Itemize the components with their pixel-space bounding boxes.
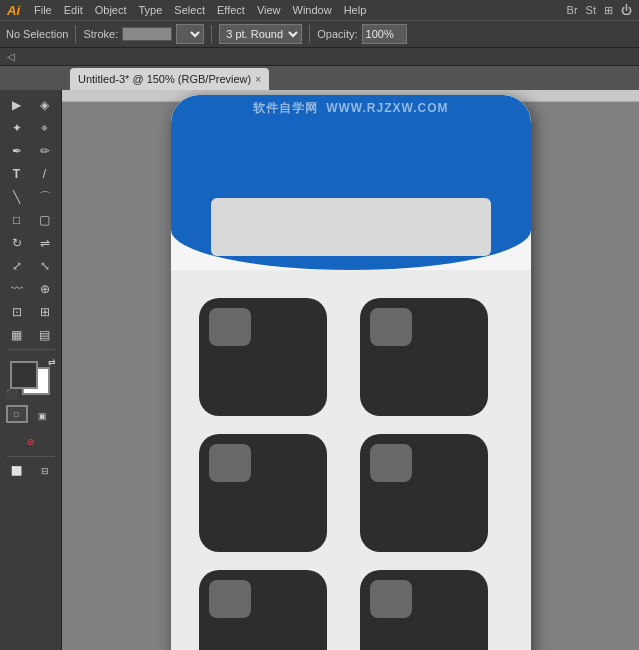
toolbar-sep-2 <box>211 25 212 43</box>
menu-file[interactable]: File <box>29 3 57 17</box>
ruler-toggle[interactable]: ◁ <box>4 50 18 63</box>
selection-tool[interactable]: ▶ <box>4 94 30 116</box>
shape-builder-tool[interactable]: ⊞ <box>32 301 58 323</box>
no-selection-label: No Selection <box>6 28 68 40</box>
menu-edit[interactable]: Edit <box>59 3 88 17</box>
screen-mode-1[interactable]: ⬜ <box>4 460 30 482</box>
add-anchor-tool[interactable]: ✏ <box>32 140 58 162</box>
vertical-type-tool[interactable]: / <box>32 163 58 185</box>
scale-tool[interactable]: ⤢ <box>4 255 30 277</box>
rect-tool[interactable]: □ <box>4 209 30 231</box>
swap-colors-icon[interactable]: ⇄ <box>48 357 56 367</box>
calculator-display <box>211 198 491 256</box>
arc-tool[interactable]: ⌒ <box>32 186 58 208</box>
power-icon[interactable]: ⏻ <box>618 3 635 17</box>
tool-row-mode: □ ▣ <box>6 405 56 427</box>
menu-view[interactable]: View <box>252 3 286 17</box>
none-icon[interactable]: ⊘ <box>18 431 44 453</box>
tool-row-none: ⊘ <box>18 431 44 453</box>
stroke-color-preview[interactable] <box>122 27 172 41</box>
fill-mode-icon[interactable]: □ <box>6 405 28 423</box>
calc-btn-1-highlight <box>209 308 251 346</box>
toolbar-sep-3 <box>309 25 310 43</box>
menu-select[interactable]: Select <box>169 3 210 17</box>
graph-tool[interactable]: ▦ <box>4 324 30 346</box>
menu-bar: Ai File Edit Object Type Select Effect V… <box>0 0 639 20</box>
menu-help[interactable]: Help <box>339 3 372 17</box>
calc-btn-6-highlight <box>370 580 412 618</box>
stroke-select[interactable] <box>176 24 204 44</box>
calc-btn-2 <box>360 298 488 416</box>
tool-row-8: ⤢ ⤡ <box>4 255 58 277</box>
column-graph-tool[interactable]: ▤ <box>32 324 58 346</box>
tool-row-screen: ⬜ ⊟ <box>4 460 58 482</box>
calc-btn-4-highlight <box>370 444 412 482</box>
default-colors-icon[interactable]: ⬛ <box>6 389 17 399</box>
menu-type[interactable]: Type <box>134 3 168 17</box>
tool-row-4: T / <box>4 163 58 185</box>
stock-icon[interactable]: St <box>583 3 599 17</box>
fill-color-box[interactable] <box>10 361 38 389</box>
screen-mode-2[interactable]: ⊟ <box>32 460 58 482</box>
options-toolbar: No Selection Stroke: 3 pt. Round Opacity… <box>0 20 639 48</box>
rotate-tool[interactable]: ↻ <box>4 232 30 254</box>
tab-bar: Untitled-3* @ 150% (RGB/Preview) × <box>0 66 639 90</box>
type-tool[interactable]: T <box>4 163 30 185</box>
magic-wand-tool[interactable]: ✦ <box>4 117 30 139</box>
document-tab[interactable]: Untitled-3* @ 150% (RGB/Preview) × <box>70 68 269 90</box>
tool-separator-2 <box>7 456 55 457</box>
opacity-label: Opacity: <box>317 28 357 40</box>
pen-tool[interactable]: ✒ <box>4 140 30 162</box>
calc-btn-5 <box>199 570 327 650</box>
tab-title: Untitled-3* @ 150% (RGB/Preview) <box>78 73 251 85</box>
rounded-rect-tool[interactable]: ▢ <box>32 209 58 231</box>
tool-row-3: ✒ ✏ <box>4 140 58 162</box>
stroke-label: Stroke: <box>83 28 118 40</box>
menu-window[interactable]: Window <box>288 3 337 17</box>
pt-round-select[interactable]: 3 pt. Round <box>219 24 302 44</box>
calc-btn-3-highlight <box>209 444 251 482</box>
shear-tool[interactable]: ⤡ <box>32 255 58 277</box>
tool-row-6: □ ▢ <box>4 209 58 231</box>
bridge-icon[interactable]: Br <box>564 3 581 17</box>
tool-separator <box>7 349 55 350</box>
calc-btn-2-highlight <box>370 308 412 346</box>
tool-row-2: ✦ ⌖ <box>4 117 58 139</box>
icon-bar: ◁ <box>0 48 639 66</box>
calc-btn-5-highlight <box>209 580 251 618</box>
calc-btn-3 <box>199 434 327 552</box>
line-tool[interactable]: ╲ <box>4 186 30 208</box>
calc-btn-6 <box>360 570 488 650</box>
free-transform-tool[interactable]: ⊡ <box>4 301 30 323</box>
calc-btn-4 <box>360 434 488 552</box>
reflect-tool[interactable]: ⇌ <box>32 232 58 254</box>
tool-row-11: ▦ ▤ <box>4 324 58 346</box>
calc-btn-1 <box>199 298 327 416</box>
calculator-buttons <box>171 270 531 650</box>
tool-row-1: ▶ ◈ <box>4 94 58 116</box>
canvas-content <box>171 90 531 650</box>
ai-logo: Ai <box>4 3 23 18</box>
menu-effect[interactable]: Effect <box>212 3 250 17</box>
menu-object[interactable]: Object <box>90 3 132 17</box>
tools-panel: ▶ ◈ ✦ ⌖ ✒ ✏ T / ╲ ⌒ □ ▢ ↻ ⇌ ⤢ ⤡ <box>0 90 62 650</box>
tool-row-5: ╲ ⌒ <box>4 186 58 208</box>
direct-selection-tool[interactable]: ◈ <box>32 94 58 116</box>
opacity-input[interactable] <box>362 24 407 44</box>
tool-row-10: ⊡ ⊞ <box>4 301 58 323</box>
tab-close-button[interactable]: × <box>255 74 261 85</box>
workspace-icon[interactable]: ⊞ <box>601 3 616 18</box>
calculator-body <box>171 95 531 650</box>
tool-row-7: ↻ ⇌ <box>4 232 58 254</box>
color-area: ⇄ ⬛ <box>6 357 56 399</box>
lasso-tool[interactable]: ⌖ <box>32 117 58 139</box>
canvas-area: 软件自学网 WWW.RJZXW.COM <box>62 90 639 650</box>
calculator-top <box>171 95 531 270</box>
gradient-mode-icon[interactable]: ▣ <box>30 405 56 427</box>
warp-tool[interactable]: 〰 <box>4 278 30 300</box>
toolbar-sep-1 <box>75 25 76 43</box>
width-tool[interactable]: ⊕ <box>32 278 58 300</box>
tool-row-9: 〰 ⊕ <box>4 278 58 300</box>
main-area: ▶ ◈ ✦ ⌖ ✒ ✏ T / ╲ ⌒ □ ▢ ↻ ⇌ ⤢ ⤡ <box>0 90 639 650</box>
